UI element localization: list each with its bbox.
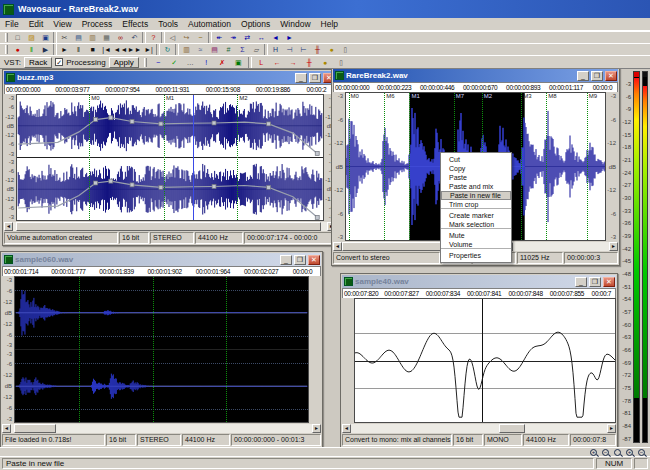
spectrum-icon[interactable]: # [222, 44, 235, 55]
minimize-button[interactable]: _ [577, 71, 589, 81]
restore-button[interactable]: ❐ [309, 73, 321, 83]
goto-end-icon[interactable]: ►| [142, 44, 155, 55]
vst-info-icon[interactable]: ! [200, 57, 213, 68]
next-marker-icon[interactable]: ⊢ [297, 44, 310, 55]
restore-button[interactable]: ❐ [589, 277, 601, 287]
rarebreak2-title-bar[interactable]: RareBreak2.wav _ ❐ ✕ [333, 69, 618, 82]
toolbar-icon[interactable] [142, 32, 146, 43]
help-icon[interactable]: ? [147, 32, 160, 43]
scrollbar-thumb[interactable] [499, 424, 525, 433]
paste-special-icon[interactable]: ▦ [100, 32, 113, 43]
toolbar-grip[interactable] [5, 45, 8, 54]
toolbar-icon[interactable] [161, 32, 165, 43]
delete-icon[interactable]: ▯ [339, 44, 352, 55]
menu-item-paste-and-mix[interactable]: Paste and mix [441, 182, 511, 191]
minimize-button[interactable]: _ [575, 277, 587, 287]
vst-remove-icon[interactable]: ✗ [216, 57, 229, 68]
forward-icon[interactable]: ►► [128, 44, 141, 55]
copy-icon[interactable]: ▤ [72, 32, 85, 43]
pencil-icon[interactable]: ▱ [250, 44, 263, 55]
loop-playback-icon[interactable]: ↻ [161, 44, 174, 55]
menu-item-paste[interactable]: Paste [441, 173, 511, 182]
menu-item[interactable]: Process [77, 19, 118, 29]
menu-item-cut[interactable]: Cut [441, 155, 511, 164]
add-marker-icon[interactable]: H [269, 44, 282, 55]
menu-item[interactable]: View [48, 19, 76, 29]
loop-region-icon[interactable]: ∞ [114, 32, 127, 43]
title-bar[interactable]: Wavosaur - RareBreak2.wav [0, 0, 650, 18]
goto-prev-marker-icon[interactable]: ← [271, 57, 284, 68]
scroll-right-icon[interactable]: ► [312, 424, 321, 433]
close-button[interactable]: ✕ [308, 255, 320, 265]
horizontal-scrollbar[interactable]: ◄ ► [2, 424, 321, 433]
sample060-title-bar[interactable]: sample060.wav _ ❐ ✕ [2, 253, 321, 266]
loop-point-icon[interactable]: L [255, 57, 268, 68]
menu-item-properties[interactable]: Properties [441, 251, 511, 260]
menu-item-create-marker[interactable]: Create marker [441, 211, 511, 220]
menu-item[interactable]: Edit [24, 19, 49, 29]
open-file-icon[interactable]: ▨ [25, 32, 38, 43]
record-icon[interactable]: ● [11, 44, 24, 55]
menu-item[interactable]: Tools [153, 19, 183, 29]
trash-icon[interactable]: ▯ [335, 57, 348, 68]
lock-icon[interactable]: ● [325, 44, 338, 55]
scroll-left-icon[interactable]: ◄ [333, 242, 342, 251]
scroll-left-icon[interactable]: ◄ [2, 424, 11, 433]
toolbar-icon[interactable] [53, 44, 57, 55]
buzz-waveform[interactable]: M0M1M2 [16, 94, 324, 221]
menu-item-mark-selection[interactable]: Mark selection [441, 220, 511, 229]
menu-item-trim-crop[interactable]: Trim crop [441, 200, 511, 209]
minimize-button[interactable]: _ [295, 73, 307, 83]
stop-icon[interactable]: ■ [86, 44, 99, 55]
menu-item-mute[interactable]: Mute [441, 231, 511, 240]
zoom-vertical-in-icon[interactable]: + [626, 449, 633, 456]
menu-item[interactable]: Options [236, 19, 275, 29]
zoom-selection-icon[interactable] [614, 449, 621, 456]
play-icon[interactable]: ► [58, 44, 71, 55]
prev-marker-icon[interactable]: ⊣ [283, 44, 296, 55]
play-from-cursor-icon[interactable]: ▶ [39, 44, 52, 55]
sample40-waveform[interactable] [354, 298, 616, 423]
rewind-icon[interactable]: ◄◄ [114, 44, 127, 55]
close-button[interactable]: ✕ [605, 71, 617, 81]
paste-icon[interactable]: ▥ [86, 32, 99, 43]
horizontal-scrollbar[interactable]: ◄ ► [342, 424, 616, 433]
pause-icon[interactable]: ‖ [72, 44, 85, 55]
zoom-fit-icon[interactable]: ↔ [255, 32, 268, 43]
paste-mix-icon[interactable]: ▥ [180, 44, 193, 55]
pause-record-icon[interactable]: ‖ [25, 44, 38, 55]
vst-enable-icon[interactable]: ✓ [168, 57, 181, 68]
scroll-right-icon[interactable]: ► [607, 424, 616, 433]
toolbar-icon[interactable] [175, 44, 179, 55]
processing-checkbox[interactable]: ✓ [55, 58, 63, 66]
close-button[interactable]: ✕ [603, 277, 615, 287]
vst-apply-button[interactable]: Apply [109, 57, 139, 68]
lock2-icon[interactable]: ● [319, 57, 332, 68]
markers-all-icon[interactable]: ╫ [303, 57, 316, 68]
zoom-out-h-icon[interactable]: ↞ [213, 32, 226, 43]
zoom-vertical-out-icon[interactable]: − [638, 449, 645, 456]
menu-item-paste-in-new-file[interactable]: Paste in new file [441, 191, 511, 200]
menu-item-volume[interactable]: Volume [441, 240, 511, 249]
menu-item[interactable]: Window [275, 19, 315, 29]
scrollbar-thumb[interactable] [14, 424, 56, 433]
restore-button[interactable]: ❐ [591, 71, 603, 81]
scroll-left-icon[interactable]: ◄ [4, 222, 13, 231]
goto-start-icon[interactable]: |◄ [100, 44, 113, 55]
menu-item[interactable]: Help [316, 19, 343, 29]
time-ruler[interactable]: 00:00:00:00000:00:03:97700:00:07:95400:0… [4, 84, 336, 94]
convert-icon[interactable]: ▤ [208, 44, 221, 55]
save-icon[interactable]: ▣ [39, 32, 52, 43]
menu-item[interactable]: File [0, 19, 24, 29]
routing-icon[interactable]: ↪ [180, 32, 193, 43]
undo-icon[interactable]: ↶ [128, 32, 141, 43]
zoom-selection-icon[interactable]: ⇄ [241, 32, 254, 43]
zoom-in-h-icon[interactable]: ↠ [227, 32, 240, 43]
link-icon[interactable]: ~ [194, 32, 207, 43]
toolbar-grip[interactable] [5, 33, 8, 42]
restore-button[interactable]: ❐ [294, 255, 306, 265]
sum-icon[interactable]: Σ [236, 44, 249, 55]
time-ruler[interactable]: 00:00:01:71400:00:01:77700:00:01:83900:0… [2, 266, 321, 276]
scroll-right-icon[interactable]: ► [609, 242, 618, 251]
auto-marker-icon[interactable]: ╫ [311, 44, 324, 55]
